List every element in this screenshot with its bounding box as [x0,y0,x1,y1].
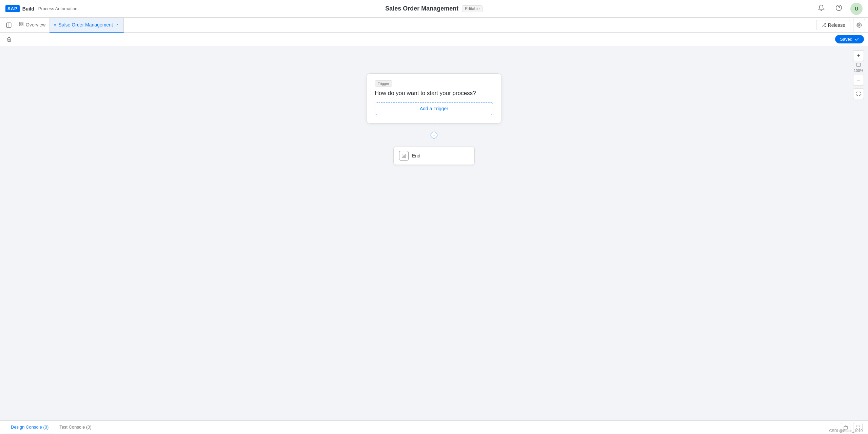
trigger-question: How do you want to start your process? [375,90,493,97]
svg-rect-6 [22,24,23,26]
sap-logo: SAP Build Process Automation [5,5,77,12]
zoom-percentage: 100% [854,68,863,73]
app-name: Build [22,6,34,12]
test-console-tab[interactable]: Test Console (0) [54,421,97,434]
connector-line-bottom [434,138,434,147]
svg-point-0 [836,5,842,11]
svg-rect-13 [403,155,405,157]
process-canvas[interactable]: Trigger How do you want to start your pr… [0,46,868,420]
zoom-controls: 100% [853,50,864,99]
svg-point-9 [859,24,860,26]
toolbar-right: Saved [835,35,864,43]
overview-icon [19,22,24,27]
canvas-content: Trigger How do you want to start your pr… [0,46,868,165]
help-button[interactable] [833,3,845,15]
tab-bar: Overview » Salse Order Management × Rele… [0,18,868,33]
test-console-label: Test Console (0) [59,424,92,430]
process-toolbar: Saved [0,33,868,46]
release-label: Release [828,22,845,28]
end-label: End [412,153,420,158]
zoom-level-display: 100% [854,62,863,73]
add-trigger-button[interactable]: Add a Trigger [375,102,493,115]
help-icon [835,4,842,13]
tab-overview[interactable]: Overview [15,18,50,33]
connector-circle[interactable] [431,132,437,138]
tab-overview-label: Overview [26,22,45,27]
delete-button[interactable] [4,34,14,44]
top-bar-right: U [815,3,863,15]
svg-rect-2 [6,23,11,27]
editable-badge: Editable [462,5,482,12]
svg-rect-12 [402,154,406,158]
design-console-tab[interactable]: Design Console (0) [5,421,54,434]
user-status: CSDI @Seals_1010 [829,429,863,433]
top-navigation-bar: SAP Build Process Automation Sales Order… [0,0,868,18]
app-subtitle: Process Automation [38,6,78,11]
connector-line-top [434,124,434,132]
settings-button[interactable] [853,19,865,31]
project-title: Sales Order Management [385,5,458,12]
release-button[interactable]: Release [816,20,850,30]
tab-bar-right: Release [816,19,865,31]
design-console-label: Design Console (0) [11,424,48,430]
tab-active-process[interactable]: » Salse Order Management × [50,18,124,33]
saved-button[interactable]: Saved [835,35,864,43]
tab-close-button[interactable]: × [116,22,119,27]
trigger-badge: Trigger [375,80,392,87]
end-card: End [393,147,475,165]
process-tab-icon: » [54,22,56,27]
sidebar-toggle-button[interactable] [3,19,15,31]
status-bar: CSDI @Seals_1010 [829,429,863,433]
svg-rect-3 [20,22,21,24]
zoom-out-button[interactable] [853,75,864,86]
notification-icon [818,4,825,13]
user-avatar[interactable]: U [850,3,863,15]
sap-logo-box: SAP [5,5,20,12]
project-title-area: Sales Order Management Editable [385,5,482,12]
svg-rect-5 [20,24,21,26]
toolbar-left [4,34,14,44]
saved-label: Saved [840,37,852,42]
notification-button[interactable] [815,3,827,15]
svg-rect-16 [857,63,861,67]
fit-to-screen-button[interactable] [853,88,864,99]
end-card-icon [399,151,409,161]
zoom-in-button[interactable] [853,50,864,61]
svg-rect-4 [22,22,23,24]
trigger-to-end-connector [431,124,437,147]
console-bar: Design Console (0) Test Console (0) [0,420,868,434]
trigger-card: Trigger How do you want to start your pr… [366,73,502,124]
tab-active-label: Salse Order Management [59,22,113,27]
add-trigger-label: Add a Trigger [420,106,448,111]
